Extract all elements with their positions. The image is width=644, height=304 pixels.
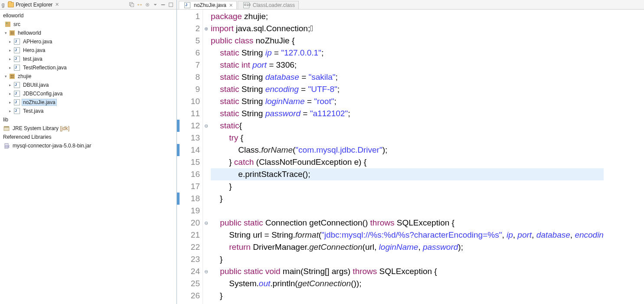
tree-file[interactable]: J JDBCConfig.java — [0, 89, 177, 98]
code-line[interactable]: static{ — [211, 120, 604, 132]
marker — [177, 205, 181, 217]
code-line[interactable]: try { — [211, 132, 604, 144]
line-number-gutter: 1256789101112131415161718192021222324252… — [181, 10, 203, 304]
view-menu-icon[interactable] — [152, 2, 158, 8]
code-line[interactable]: static String loginName = "root"; — [211, 95, 604, 108]
tree-file[interactable]: J APHero.java — [0, 37, 177, 46]
chevron-down-icon[interactable] — [3, 74, 8, 78]
tree-pkg-zhujie[interactable]: zhujie — [0, 72, 177, 81]
close-tab-icon[interactable]: ✕ — [229, 3, 233, 8]
chevron-right-icon[interactable] — [8, 48, 12, 52]
java-file-icon: J — [14, 91, 20, 97]
link-editor-icon[interactable] — [137, 2, 143, 8]
code-line[interactable]: public static void main(String[] args) t… — [211, 265, 604, 278]
chevron-right-icon[interactable] — [8, 83, 12, 87]
fold-marker — [203, 132, 209, 144]
tree-ref-libs[interactable]: Referenced Libraries — [0, 133, 177, 141]
tree-file[interactable]: J noZhuJie.java — [0, 98, 177, 107]
fold-marker[interactable]: ⊖ — [203, 120, 209, 132]
side-tab[interactable]: g — [0, 2, 6, 8]
line-number: 13 — [181, 132, 200, 144]
editor-tabs: J noZhuJie.java ✕ 010 ClassLoader.class — [177, 0, 644, 10]
file-label: Hero.java — [22, 47, 46, 53]
minimize-icon[interactable] — [160, 2, 166, 8]
line-number: 9 — [181, 83, 200, 95]
collapse-all-icon[interactable] — [129, 2, 135, 8]
code-line[interactable]: } — [211, 193, 604, 205]
chevron-right-icon[interactable] — [8, 39, 12, 44]
chevron-right-icon[interactable] — [8, 100, 12, 105]
fold-marker[interactable]: ⊕ — [203, 23, 209, 35]
code-text[interactable]: package zhujie;import java.sql.Connectio… — [209, 10, 604, 304]
code-line[interactable]: } — [211, 290, 604, 302]
close-icon[interactable]: ✕ — [55, 2, 59, 7]
code-line[interactable]: static String database = "sakila"; — [211, 71, 604, 83]
chevron-right-icon[interactable] — [8, 109, 12, 113]
code-line[interactable] — [211, 205, 604, 217]
code-line[interactable]: package zhujie; — [211, 10, 604, 23]
code-line[interactable]: Class.forName("com.mysql.jdbc.Driver"); — [211, 144, 604, 156]
editor-panel: J noZhuJie.java ✕ 010 ClassLoader.class … — [177, 0, 644, 304]
code-line[interactable]: public static Connection getConnection()… — [211, 217, 604, 229]
maximize-icon[interactable] — [168, 2, 174, 8]
fold-marker[interactable]: ⊖ — [203, 217, 209, 229]
chevron-right-icon[interactable] — [8, 92, 12, 96]
code-line[interactable]: return DriverManager.getConnection(url, … — [211, 241, 604, 253]
tree-lib[interactable]: lib — [0, 115, 177, 124]
file-label: TestReflection.java — [22, 65, 68, 71]
code-line[interactable]: } catch (ClassNotFoundException e) { — [211, 156, 604, 168]
code-line[interactable]: } — [211, 180, 604, 193]
editor-tab[interactable]: 010 ClassLoader.class — [238, 1, 299, 9]
focus-icon[interactable] — [144, 2, 150, 8]
marker — [177, 193, 181, 205]
line-number: 18 — [181, 193, 200, 205]
code-line[interactable]: public class noZhuJie { — [211, 35, 604, 47]
code-line[interactable]: static String password = "a112102"; — [211, 108, 604, 120]
fold-marker — [203, 290, 209, 302]
fold-column[interactable]: ⊕⊖⊖⊖ — [203, 10, 209, 304]
fold-marker — [203, 168, 209, 180]
chevron-down-icon[interactable] — [3, 31, 8, 35]
tree-jar[interactable]: 010 mysql-connector-java-5.0.8-bin.jar — [0, 141, 177, 150]
marker — [177, 290, 181, 302]
tree-file[interactable]: J test.java — [0, 55, 177, 63]
line-number: 17 — [181, 180, 200, 193]
code-line[interactable]: } — [211, 253, 604, 265]
tree-jre[interactable]: JRE System Library [jdk] — [0, 124, 177, 133]
fold-marker — [203, 47, 209, 59]
fold-marker — [203, 144, 209, 156]
fold-marker[interactable]: ⊖ — [203, 265, 209, 278]
code-line[interactable]: e.printStackTrace(); — [211, 168, 604, 180]
marker — [177, 229, 181, 241]
chevron-right-icon[interactable] — [8, 57, 12, 61]
explorer-title-tab[interactable]: Project Explorer ✕ — [6, 2, 61, 8]
fold-marker — [203, 205, 209, 217]
code-line[interactable]: String url = String.format("jdbc:mysql:/… — [211, 229, 604, 241]
tree-src[interactable]: src — [0, 20, 177, 29]
fold-marker — [203, 95, 209, 108]
code-line[interactable]: static int port = 3306; — [211, 59, 604, 71]
chevron-right-icon[interactable] — [8, 65, 12, 70]
code-line[interactable]: System.out.println(getConnection()); — [211, 278, 604, 290]
file-label: DBUtil.java — [22, 82, 50, 88]
code-line[interactable]: import java.sql.Connection;⃞ — [211, 23, 604, 35]
code-area[interactable]: 1256789101112131415161718192021222324252… — [177, 10, 644, 304]
tree-file[interactable]: J Test.java — [0, 107, 177, 115]
editor-tab[interactable]: J noZhuJie.java ✕ — [179, 1, 237, 9]
marker — [177, 217, 181, 229]
marker — [177, 120, 181, 132]
line-number: 20 — [181, 217, 200, 229]
project-tree[interactable]: elloworld src helloworld J APHero.java J… — [0, 10, 177, 304]
code-line[interactable]: static String ip = "127.0.0.1"; — [211, 47, 604, 59]
java-file-icon: J — [14, 56, 20, 62]
tree-file[interactable]: J Hero.java — [0, 46, 177, 55]
line-number: 23 — [181, 253, 200, 265]
code-line[interactable]: static String encoding = "UTF-8"; — [211, 83, 604, 95]
tree-file[interactable]: J DBUtil.java — [0, 81, 177, 89]
tree-pkg-helloworld[interactable]: helloworld — [0, 29, 177, 37]
tree-file[interactable]: J TestReflection.java — [0, 63, 177, 72]
fold-marker — [203, 229, 209, 241]
java-file-icon: J — [14, 99, 20, 105]
tree-project[interactable]: elloworld — [0, 11, 177, 20]
fold-marker — [203, 180, 209, 193]
